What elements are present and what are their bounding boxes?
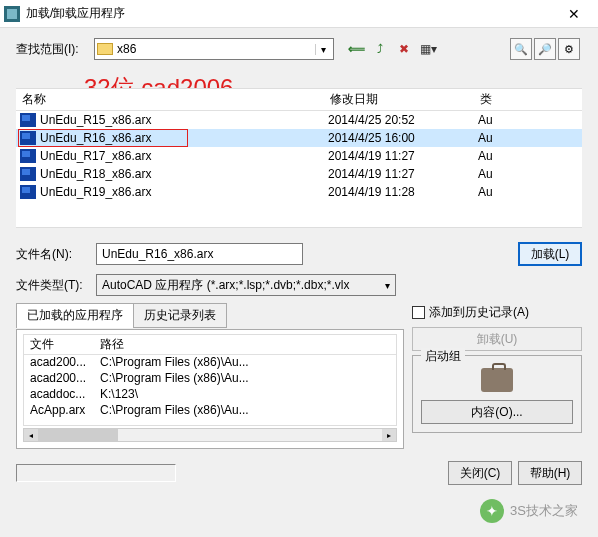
startup-group: 启动组 内容(O)... [412, 355, 582, 433]
lookin-label: 查找范围(I): [16, 41, 86, 58]
file-icon [20, 167, 36, 181]
nav-back-icon[interactable]: ⟸ [346, 39, 366, 59]
file-row[interactable]: UnEdu_R19_x86.arx2014/4/19 11:28Au [16, 183, 582, 201]
file-name: UnEdu_R18_x86.arx [40, 167, 328, 181]
file-type: Au [478, 185, 578, 199]
loaded-row[interactable]: acaddoc...K:\123\ [24, 387, 396, 403]
loaded-file: acad200... [24, 355, 94, 371]
file-date: 2014/4/25 16:00 [328, 131, 478, 145]
chevron-down-icon[interactable]: ▾ [315, 44, 331, 55]
file-icon [20, 185, 36, 199]
file-list: 名称 修改日期 类 UnEdu_R15_x86.arx2014/4/25 20:… [16, 88, 582, 228]
scroll-left-icon[interactable]: ◂ [24, 429, 38, 441]
file-type: Au [478, 149, 578, 163]
wechat-icon: ✦ [480, 499, 504, 523]
scroll-thumb[interactable] [38, 429, 118, 441]
file-type: Au [478, 131, 578, 145]
lookin-value: x86 [117, 42, 136, 56]
scroll-right-icon[interactable]: ▸ [382, 429, 396, 441]
loaded-path: C:\Program Files (x86)\Au... [94, 355, 396, 371]
loaded-col-path[interactable]: 路径 [94, 336, 396, 353]
tab-loaded[interactable]: 已加载的应用程序 [16, 303, 134, 328]
close-dialog-button[interactable]: 关闭(C) [448, 461, 512, 485]
file-row[interactable]: UnEdu_R16_x86.arx2014/4/25 16:00Au [16, 129, 582, 147]
tool-zoom-button[interactable]: 🔎 [534, 38, 556, 60]
add-history-checkbox[interactable] [412, 306, 425, 319]
loaded-file: acaddoc... [24, 387, 94, 403]
file-icon [20, 113, 36, 127]
loaded-path: C:\Program Files (x86)\Au... [94, 371, 396, 387]
folder-icon [97, 43, 113, 55]
loaded-file: acad200... [24, 371, 94, 387]
close-button[interactable]: ✕ [554, 6, 594, 22]
filename-input[interactable] [96, 243, 303, 265]
startup-label: 启动组 [421, 348, 465, 365]
filetype-value: AutoCAD 应用程序 (*.arx;*.lsp;*.dvb;*.dbx;*.… [102, 277, 349, 294]
window-title: 加载/卸载应用程序 [26, 5, 554, 22]
briefcase-icon [481, 368, 513, 392]
file-name: UnEdu_R17_x86.arx [40, 149, 328, 163]
add-history-label: 添加到历史记录(A) [429, 304, 529, 321]
file-name: UnEdu_R19_x86.arx [40, 185, 328, 199]
file-icon [20, 131, 36, 145]
file-name: UnEdu_R16_x86.arx [40, 131, 328, 145]
file-name: UnEdu_R15_x86.arx [40, 113, 328, 127]
loaded-apps-panel: 文件 路径 acad200...C:\Program Files (x86)\A… [16, 329, 404, 449]
file-date: 2014/4/25 20:52 [328, 113, 478, 127]
loaded-path: C:\Program Files (x86)\Au... [94, 403, 396, 419]
filetype-label: 文件类型(T): [16, 277, 86, 294]
nav-views-icon[interactable]: ▦▾ [418, 39, 438, 59]
toolbar-right: 🔍 🔎 ⚙ [510, 38, 580, 60]
lookin-combo[interactable]: x86 ▾ [94, 38, 334, 60]
nav-delete-icon[interactable]: ✖ [394, 39, 414, 59]
watermark: ✦ 3S技术之家 [480, 499, 578, 523]
loaded-file: AcApp.arx [24, 403, 94, 419]
loaded-row[interactable]: acad200...C:\Program Files (x86)\Au... [24, 355, 396, 371]
content-button[interactable]: 内容(O)... [421, 400, 573, 424]
file-icon [20, 149, 36, 163]
col-name[interactable]: 名称 [16, 91, 324, 108]
app-icon [4, 6, 20, 22]
file-row[interactable]: UnEdu_R15_x86.arx2014/4/25 20:52Au [16, 111, 582, 129]
tab-history[interactable]: 历史记录列表 [133, 303, 227, 328]
file-date: 2014/4/19 11:27 [328, 167, 478, 181]
titlebar: 加载/卸载应用程序 ✕ [0, 0, 598, 28]
scrollbar-horizontal[interactable]: ◂ ▸ [23, 428, 397, 442]
filename-label: 文件名(N): [16, 246, 86, 263]
col-date[interactable]: 修改日期 [324, 91, 474, 108]
file-row[interactable]: UnEdu_R18_x86.arx2014/4/19 11:27Au [16, 165, 582, 183]
file-type: Au [478, 113, 578, 127]
col-type[interactable]: 类 [474, 91, 582, 108]
loaded-row[interactable]: acad200...C:\Program Files (x86)\Au... [24, 371, 396, 387]
loaded-path: K:\123\ [94, 387, 396, 403]
nav-up-icon[interactable]: ⤴ [370, 39, 390, 59]
file-row[interactable]: UnEdu_R17_x86.arx2014/4/19 11:27Au [16, 147, 582, 165]
chevron-down-icon: ▾ [385, 280, 390, 291]
status-bar [16, 464, 176, 482]
file-type: Au [478, 167, 578, 181]
file-date: 2014/4/19 11:28 [328, 185, 478, 199]
loaded-col-file[interactable]: 文件 [24, 336, 94, 353]
tool-options-button[interactable]: ⚙ [558, 38, 580, 60]
filetype-combo[interactable]: AutoCAD 应用程序 (*.arx;*.lsp;*.dvb;*.dbx;*.… [96, 274, 396, 296]
help-button[interactable]: 帮助(H) [518, 461, 582, 485]
tool-find-button[interactable]: 🔍 [510, 38, 532, 60]
file-list-header: 名称 修改日期 类 [16, 89, 582, 111]
load-button[interactable]: 加载(L) [518, 242, 582, 266]
file-date: 2014/4/19 11:27 [328, 149, 478, 163]
watermark-text: 3S技术之家 [510, 502, 578, 520]
loaded-row[interactable]: AcApp.arxC:\Program Files (x86)\Au... [24, 403, 396, 419]
